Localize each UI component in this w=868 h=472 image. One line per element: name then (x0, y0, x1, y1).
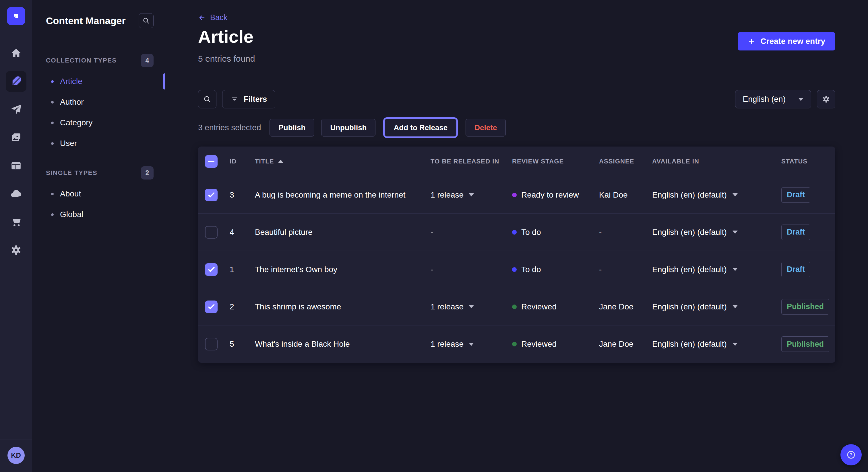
unpublish-button[interactable]: Unpublish (321, 119, 375, 136)
stage-dot-icon (512, 193, 517, 197)
create-new-entry-button[interactable]: Create new entry (738, 32, 835, 50)
chevron-down-icon (733, 193, 738, 196)
collection-types-label: COLLECTION TYPES (46, 57, 117, 64)
chevron-down-icon (733, 231, 738, 234)
releases-icon[interactable] (6, 99, 26, 120)
column-header-id[interactable]: ID (229, 158, 255, 165)
table-header-row: ID TITLE TO BE RELEASED IN REVIEW STAGE … (198, 146, 835, 176)
cell-available-in[interactable]: English (en) (default) (652, 265, 781, 274)
cell-available-in[interactable]: English (en) (default) (652, 339, 781, 349)
question-circle-icon: ? (846, 450, 856, 460)
cell-available-in[interactable]: English (en) (default) (652, 228, 781, 237)
settings-gear-icon[interactable] (6, 240, 26, 260)
bullet-icon (51, 142, 54, 145)
content-type-builder-icon[interactable] (6, 156, 26, 176)
user-avatar[interactable]: KD (7, 447, 25, 464)
stage-dot-icon (512, 305, 517, 309)
cell-title: This shrimp is awesome (255, 302, 431, 311)
subnav-item-label: About (60, 189, 81, 198)
bullet-icon (51, 80, 54, 83)
check-icon (208, 265, 214, 272)
column-header-available-in[interactable]: AVAILABLE IN (652, 158, 781, 165)
row-checkbox[interactable] (205, 189, 218, 201)
entries-table: ID TITLE TO BE RELEASED IN REVIEW STAGE … (198, 146, 835, 363)
back-link[interactable]: Back (198, 13, 227, 22)
status-badge: Draft (781, 262, 810, 277)
indeterminate-dash-icon (208, 161, 214, 162)
filters-label: Filters (244, 95, 267, 104)
deploy-cloud-icon[interactable] (6, 183, 26, 204)
cell-review-stage: To do (512, 228, 599, 237)
subnav-item-label: Global (60, 210, 83, 219)
media-library-icon[interactable] (6, 127, 26, 148)
arrow-left-icon (198, 14, 206, 22)
subnav-item-label: Article (60, 77, 82, 86)
content-manager-subnav: Content Manager COLLECTION TYPES 4 Artic… (32, 0, 165, 472)
chevron-down-icon (469, 343, 474, 346)
subnav-item-author[interactable]: Author (32, 92, 165, 112)
view-settings-button[interactable] (817, 90, 835, 108)
table-row[interactable]: 2 This shrimp is awesome 1 release Revie… (198, 288, 835, 326)
stage-dot-icon (512, 267, 517, 272)
column-header-assignee[interactable]: ASSIGNEE (599, 158, 652, 165)
row-checkbox[interactable] (205, 301, 218, 313)
cell-review-stage: To do (512, 265, 599, 274)
selection-summary: 3 entries selected (198, 123, 261, 132)
status-badge: Published (781, 336, 829, 352)
search-icon (203, 95, 211, 103)
status-badge: Draft (781, 187, 810, 203)
row-checkbox[interactable] (205, 226, 218, 239)
table-row[interactable]: 5 What's inside a Black Hole 1 release R… (198, 326, 835, 363)
subnav-item-label: Author (60, 98, 84, 107)
subnav-search-button[interactable] (138, 13, 154, 28)
cell-review-stage: Reviewed (512, 339, 599, 349)
table-row[interactable]: 4 Beautiful picture - To do - English (e… (198, 214, 835, 251)
column-header-review-stage[interactable]: REVIEW STAGE (512, 158, 599, 165)
cell-release[interactable]: 1 release (431, 191, 512, 200)
filters-button[interactable]: Filters (222, 90, 275, 108)
subnav-item-global[interactable]: Global (32, 204, 165, 225)
subnav-item-about[interactable]: About (32, 183, 165, 204)
help-button[interactable]: ? (840, 444, 862, 465)
cell-release[interactable]: - (431, 228, 512, 237)
row-checkbox[interactable] (205, 338, 218, 350)
subnav-item-category[interactable]: Category (32, 112, 165, 133)
column-header-released[interactable]: TO BE RELEASED IN (431, 158, 512, 165)
column-header-title[interactable]: TITLE (255, 158, 431, 165)
table-row[interactable]: 3 A bug is becoming a meme on the intern… (198, 176, 835, 214)
cell-id: 5 (229, 339, 255, 349)
chevron-down-icon (733, 343, 738, 346)
subnav-item-label: Category (60, 118, 93, 127)
select-all-checkbox[interactable] (205, 155, 218, 168)
subnav-item-article[interactable]: Article (32, 71, 165, 92)
marketplace-cart-icon[interactable] (6, 212, 26, 232)
delete-button[interactable]: Delete (466, 119, 506, 136)
subnav-divider (46, 41, 60, 41)
single-types-section: SINGLE TYPES 2 About Global (32, 166, 165, 225)
table-row[interactable]: 1 The internet's Own boy - To do - Engli… (198, 251, 835, 288)
subnav-title: Content Manager (46, 15, 126, 26)
home-icon[interactable] (6, 43, 26, 64)
cell-release[interactable]: 1 release (431, 302, 512, 311)
svg-text:?: ? (849, 452, 852, 458)
bullet-icon (51, 101, 54, 103)
row-checkbox[interactable] (205, 263, 218, 276)
locale-select[interactable]: English (en) (735, 90, 811, 108)
main-nav-sidebar: KD (0, 0, 32, 472)
add-to-release-button[interactable]: Add to Release (384, 119, 456, 136)
cell-release[interactable]: 1 release (431, 339, 512, 349)
column-header-status[interactable]: STATUS (781, 158, 828, 165)
cell-available-in[interactable]: English (en) (default) (652, 302, 781, 311)
content-manager-icon[interactable] (6, 71, 26, 92)
collection-types-count-badge: 4 (141, 54, 154, 67)
subnav-item-user[interactable]: User (32, 133, 165, 154)
search-button[interactable] (198, 90, 216, 108)
chevron-down-icon (469, 193, 474, 196)
publish-button[interactable]: Publish (270, 119, 314, 136)
cell-id: 4 (229, 228, 255, 237)
strapi-logo[interactable] (7, 7, 25, 25)
check-icon (208, 191, 214, 197)
cell-release[interactable]: - (431, 265, 512, 274)
stage-dot-icon (512, 342, 517, 346)
cell-available-in[interactable]: English (en) (default) (652, 191, 781, 200)
